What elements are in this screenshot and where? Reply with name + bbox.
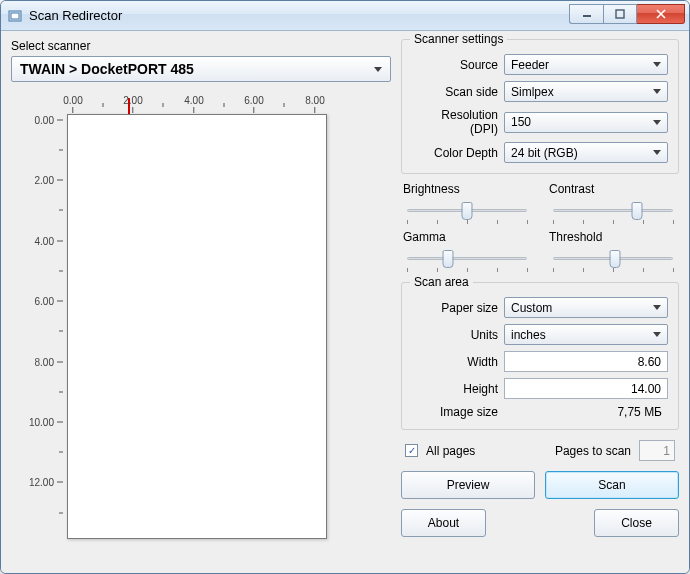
color-depth-combo[interactable]: 24 bit (RGB) bbox=[504, 142, 668, 163]
chevron-down-icon bbox=[653, 120, 661, 125]
ruler-horizontal: 0.00 2.00 4.00 6.00 8.00 bbox=[67, 92, 391, 114]
scan-side-label: Scan side bbox=[412, 85, 498, 99]
contrast-label: Contrast bbox=[549, 182, 677, 196]
scan-side-combo[interactable]: Simlpex bbox=[504, 81, 668, 102]
pages-to-scan-label: Pages to scan bbox=[555, 444, 631, 458]
app-window: Scan Redirector Select scanner TWAIN > D… bbox=[0, 0, 690, 574]
brightness-block: Brightness bbox=[403, 182, 531, 226]
svg-rect-2 bbox=[583, 15, 591, 17]
image-size-value: 7,75 МБ bbox=[504, 405, 668, 419]
scanner-combo[interactable]: TWAIN > DocketPORT 485 bbox=[11, 56, 391, 82]
chevron-down-icon bbox=[374, 67, 382, 72]
window-controls bbox=[569, 1, 689, 30]
content-area: Select scanner TWAIN > DocketPORT 485 0.… bbox=[1, 31, 689, 573]
chevron-down-icon bbox=[653, 332, 661, 337]
right-pane: Scanner settings Source Feeder Scan side… bbox=[401, 39, 679, 563]
svg-rect-1 bbox=[11, 13, 19, 19]
source-combo[interactable]: Feeder bbox=[504, 54, 668, 75]
brightness-label: Brightness bbox=[403, 182, 531, 196]
paper-size-combo[interactable]: Custom bbox=[504, 297, 668, 318]
left-pane: Select scanner TWAIN > DocketPORT 485 0.… bbox=[11, 39, 391, 563]
close-dialog-button[interactable]: Close bbox=[594, 509, 679, 537]
width-label: Width bbox=[412, 355, 498, 369]
minimize-button[interactable] bbox=[569, 4, 603, 24]
resolution-label: Resolution (DPI) bbox=[412, 108, 498, 136]
resolution-combo[interactable]: 150 bbox=[504, 112, 668, 133]
units-combo[interactable]: inches bbox=[504, 324, 668, 345]
chevron-down-icon bbox=[653, 89, 661, 94]
units-label: Units bbox=[412, 328, 498, 342]
footer-buttons: About Close bbox=[401, 509, 679, 537]
scan-area-title: Scan area bbox=[410, 275, 473, 289]
scanner-combo-value: TWAIN > DocketPORT 485 bbox=[20, 61, 194, 77]
chevron-down-icon bbox=[653, 62, 661, 67]
scanner-settings-title: Scanner settings bbox=[410, 32, 507, 46]
sliders-area: Brightness Contrast Gamma Threshold bbox=[401, 182, 679, 274]
all-pages-checkbox[interactable]: ✓ bbox=[405, 444, 418, 457]
width-input[interactable]: 8.60 bbox=[504, 351, 668, 372]
scan-button[interactable]: Scan bbox=[545, 471, 679, 499]
action-buttons: Preview Scan bbox=[401, 471, 679, 499]
contrast-slider[interactable] bbox=[553, 200, 673, 220]
pages-row: ✓ All pages Pages to scan 1 bbox=[401, 438, 679, 469]
window-title: Scan Redirector bbox=[29, 8, 569, 23]
height-input[interactable]: 14.00 bbox=[504, 378, 668, 399]
image-size-label: Image size bbox=[412, 405, 498, 419]
chevron-down-icon bbox=[653, 150, 661, 155]
close-button[interactable] bbox=[637, 4, 685, 24]
preview-canvas[interactable] bbox=[67, 114, 327, 539]
about-button[interactable]: About bbox=[401, 509, 486, 537]
app-icon bbox=[7, 8, 23, 24]
scan-area-group: Scan area Paper size Custom Units inches… bbox=[401, 282, 679, 430]
gamma-label: Gamma bbox=[403, 230, 531, 244]
contrast-block: Contrast bbox=[549, 182, 677, 226]
threshold-block: Threshold bbox=[549, 230, 677, 274]
select-scanner-label: Select scanner bbox=[11, 39, 391, 53]
titlebar: Scan Redirector bbox=[1, 1, 689, 31]
source-label: Source bbox=[412, 58, 498, 72]
threshold-label: Threshold bbox=[549, 230, 677, 244]
paper-size-label: Paper size bbox=[412, 301, 498, 315]
pages-to-scan-input: 1 bbox=[639, 440, 675, 461]
gamma-slider[interactable] bbox=[407, 248, 527, 268]
chevron-down-icon bbox=[653, 305, 661, 310]
all-pages-label: All pages bbox=[426, 444, 475, 458]
ruler-vertical: 0.00 2.00 4.00 6.00 8.00 10.00 12.00 bbox=[35, 114, 67, 563]
gamma-block: Gamma bbox=[403, 230, 531, 274]
threshold-slider[interactable] bbox=[553, 248, 673, 268]
scanner-settings-group: Scanner settings Source Feeder Scan side… bbox=[401, 39, 679, 174]
brightness-slider[interactable] bbox=[407, 200, 527, 220]
maximize-button[interactable] bbox=[603, 4, 637, 24]
height-label: Height bbox=[412, 382, 498, 396]
preview-area: 0.00 2.00 4.00 6.00 8.00 0.00 2.00 4.00 bbox=[11, 92, 391, 563]
preview-button[interactable]: Preview bbox=[401, 471, 535, 499]
color-depth-label: Color Depth bbox=[412, 146, 498, 160]
svg-rect-3 bbox=[616, 10, 624, 18]
